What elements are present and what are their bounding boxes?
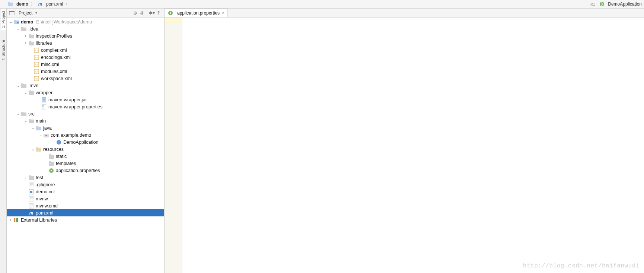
editor-tab-label: application.properties [177, 10, 220, 16]
tree-node-main[interactable]: ⌄ main [7, 117, 164, 124]
chevron-down-icon[interactable]: ⌄ [38, 133, 43, 137]
tree-node-label: com.example.demo [51, 133, 91, 138]
maven-icon: m [37, 1, 43, 7]
collapse-all-icon[interactable]: ⇊ [138, 10, 145, 16]
text-file-icon [28, 203, 34, 209]
svg-rect-13 [29, 41, 31, 42]
project-view-icon [9, 10, 15, 16]
close-icon[interactable]: × [222, 10, 224, 16]
folder-icon [21, 83, 27, 89]
tree-node-label: misc.xml [41, 62, 59, 67]
tree-node-root[interactable]: ⌄ demo E:\intellijWorkspaces\demo [7, 18, 164, 25]
chevron-down-icon[interactable]: ⌄ [23, 91, 28, 95]
svg-text:<>: <> [35, 56, 38, 59]
chevron-right-icon[interactable]: › [8, 218, 13, 222]
jar-file-icon [41, 97, 47, 103]
project-panel: Project ▾ ⊕ ⇊ ✱▾ ⤒ ⌄ demo E:\intellijWor… [7, 9, 165, 273]
tree-node-label: encodings.xml [41, 55, 71, 60]
tree-node-label: templates [56, 161, 76, 166]
tree-node-iml[interactable]: · demo.iml [7, 188, 164, 195]
tree-node-maven-wrapper-props[interactable]: · maven-wrapper.properties [7, 103, 164, 110]
tree-node-test[interactable]: › test [7, 174, 164, 181]
tree-node-modules-xml[interactable]: · <> modules.xml [7, 68, 164, 75]
chevron-right-icon[interactable]: › [23, 34, 28, 38]
tree-node-misc-xml[interactable]: · <> misc.xml [7, 61, 164, 68]
tree-node-external-libraries[interactable]: › External Libraries [7, 216, 164, 223]
svg-rect-30 [42, 105, 46, 109]
tree-node-maven-wrapper-jar[interactable]: · maven-wrapper.jar [7, 96, 164, 103]
tree-node-resources[interactable]: ⌄ resources [7, 146, 164, 153]
chevron-down-icon[interactable]: ⌄ [8, 20, 13, 24]
tree-node-wrapper[interactable]: ⌄ wrapper [7, 89, 164, 96]
properties-file-icon [41, 104, 47, 110]
source-folder-icon [36, 125, 42, 131]
editor-tab[interactable]: application.properties × [164, 9, 228, 17]
module-file-icon [28, 189, 34, 195]
rail-tab-project[interactable]: 1: Project [1, 9, 6, 30]
xml-file-icon: <> [34, 61, 39, 67]
chevron-down-icon[interactable]: ⌄ [31, 126, 36, 130]
tree-node-path: E:\intellijWorkspaces\demo [36, 19, 92, 25]
editor-content[interactable] [182, 18, 428, 273]
svg-text:C: C [58, 141, 60, 144]
breadcrumb-root[interactable]: demo [7, 1, 29, 7]
tree-node-src[interactable]: ⌄ src [7, 110, 164, 117]
breadcrumb-file[interactable]: m pom.xml [36, 1, 64, 7]
locate-icon[interactable]: ⊕ [132, 10, 138, 16]
chevron-right-icon: 〉 [65, 1, 70, 7]
tree-node-label: workspace.xml [41, 76, 72, 81]
svg-point-51 [51, 170, 52, 171]
svg-rect-29 [43, 99, 45, 99]
editor-right-pane: http://blog.csdn.net/baifanwudi [428, 18, 644, 273]
breadcrumb-file-label: pom.xml [46, 1, 63, 7]
tree-node-pom[interactable]: · m pom.xml [7, 209, 164, 216]
tree-node-mvnw[interactable]: · mvnw [7, 195, 164, 202]
tree-node-label: test [36, 175, 43, 180]
module-folder-icon [13, 19, 19, 25]
tree-node-inspectionprofiles[interactable]: › inspectionProfiles [7, 32, 164, 39]
tree-node-label: application.properties [56, 168, 100, 173]
divider [147, 10, 147, 16]
folder-icon [28, 90, 34, 96]
chevron-right-icon[interactable]: › [23, 41, 28, 45]
tree-node-gitignore[interactable]: · .gitignore [7, 181, 164, 188]
rail-tab-structure[interactable]: 7: Structure [1, 38, 6, 63]
tree-node-workspace-xml[interactable]: · <> workspace.xml [7, 75, 164, 82]
sort-icon[interactable]: ↓01 [589, 1, 595, 7]
svg-rect-4 [9, 11, 15, 12]
chevron-down-icon[interactable]: ⌄ [16, 83, 21, 88]
tree-node-mvnwcmd[interactable]: · mvnw.cmd [7, 202, 164, 209]
tree-node-compiler-xml[interactable]: · <> compiler.xml [7, 47, 164, 54]
spring-config-icon [168, 10, 173, 16]
chevron-down-icon[interactable]: ▾ [35, 11, 37, 15]
tree-node-mvn[interactable]: ⌄ .mvn [7, 82, 164, 89]
tree-node-idea[interactable]: ⌄ .idea [7, 25, 164, 32]
chevron-down-icon[interactable]: ⌄ [31, 147, 36, 151]
chevron-down-icon[interactable]: ⌄ [16, 112, 21, 116]
java-class-icon: C [56, 139, 62, 145]
tree-node-label: maven-wrapper.jar [48, 97, 87, 102]
svg-rect-70 [17, 218, 18, 222]
svg-point-72 [170, 12, 171, 14]
tree-node-templates[interactable]: · templates [7, 160, 164, 167]
tree-node-label: mvnw [36, 196, 48, 201]
tree-node-static[interactable]: · static [7, 153, 164, 160]
spring-boot-icon [599, 1, 605, 7]
chevron-down-icon[interactable]: ⌄ [23, 119, 28, 123]
tree-node-application-properties[interactable]: · application.properties [7, 167, 164, 174]
gear-icon[interactable]: ✱▾ [149, 10, 155, 16]
tree-node-label: DemoApplication [63, 140, 99, 145]
tree-node-package[interactable]: ⌄ com.example.demo [7, 131, 164, 139]
svg-rect-37 [29, 119, 31, 120]
chevron-right-icon[interactable]: › [23, 175, 28, 180]
maven-icon: m [28, 210, 34, 216]
hide-icon[interactable]: ⤒ [155, 10, 162, 16]
tree-node-demoapplication[interactable]: · C DemoApplication [7, 139, 164, 146]
tree-node-java[interactable]: ⌄ java [7, 124, 164, 131]
tree-node-label: src [28, 111, 35, 117]
chevron-down-icon[interactable]: ⌄ [16, 27, 21, 31]
tree-node-encodings-xml[interactable]: · <> encodings.xml [7, 54, 164, 61]
tree-node-libraries[interactable]: › libraries [7, 39, 164, 47]
project-tree[interactable]: ⌄ demo E:\intellijWorkspaces\demo ⌄ .ide… [7, 18, 164, 273]
run-configuration[interactable]: DemoApplication [598, 1, 643, 7]
